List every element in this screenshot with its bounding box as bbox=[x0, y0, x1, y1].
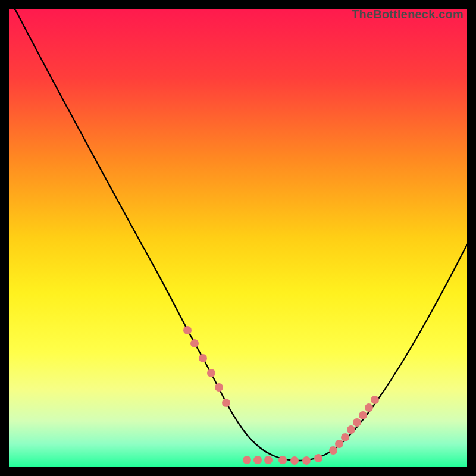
highlight-dot bbox=[353, 418, 361, 427]
chart-frame: TheBottleneck.com bbox=[9, 9, 467, 467]
highlight-dot bbox=[365, 403, 373, 412]
highlight-dot bbox=[183, 326, 192, 334]
highlight-dot bbox=[329, 446, 337, 455]
highlight-dot bbox=[199, 354, 207, 362]
highlight-dot bbox=[290, 456, 299, 465]
highlight-dot bbox=[341, 433, 349, 441]
highlight-dot bbox=[207, 369, 215, 377]
highlight-dot bbox=[278, 456, 287, 464]
highlight-dot bbox=[359, 411, 367, 419]
highlight-dot bbox=[314, 454, 322, 462]
watermark-text: TheBottleneck.com bbox=[352, 8, 464, 21]
highlight-dot bbox=[264, 456, 273, 464]
highlight-dot bbox=[347, 425, 355, 434]
highlight-dot bbox=[243, 456, 251, 464]
highlight-dot bbox=[253, 456, 262, 464]
highlight-dot bbox=[371, 396, 379, 404]
highlight-dots bbox=[9, 9, 467, 467]
dots-group bbox=[183, 326, 379, 465]
highlight-dot bbox=[335, 440, 343, 448]
highlight-dot bbox=[190, 339, 199, 347]
highlight-dot bbox=[302, 456, 311, 465]
highlight-dot bbox=[222, 399, 230, 407]
highlight-dot bbox=[215, 383, 223, 392]
